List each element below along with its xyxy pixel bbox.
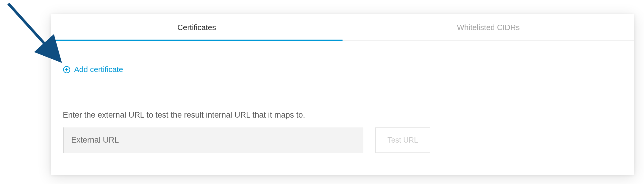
- test-url-button[interactable]: Test URL: [375, 127, 430, 153]
- tab-content: Add certificate Enter the external URL t…: [51, 41, 634, 153]
- add-certificate-label: Add certificate: [74, 65, 123, 74]
- tab-bar: Certificates Whitelisted CIDRs: [51, 14, 634, 41]
- url-test-instruction: Enter the external URL to test the resul…: [63, 110, 622, 120]
- tab-whitelisted-cidrs[interactable]: Whitelisted CIDRs: [343, 14, 634, 40]
- add-certificate-button[interactable]: Add certificate: [63, 65, 123, 74]
- plus-circle-icon: [63, 66, 71, 74]
- url-test-row: Test URL: [63, 127, 622, 153]
- external-url-input[interactable]: [63, 127, 363, 153]
- tab-certificates[interactable]: Certificates: [51, 14, 343, 40]
- settings-card: Certificates Whitelisted CIDRs Add certi…: [51, 14, 634, 175]
